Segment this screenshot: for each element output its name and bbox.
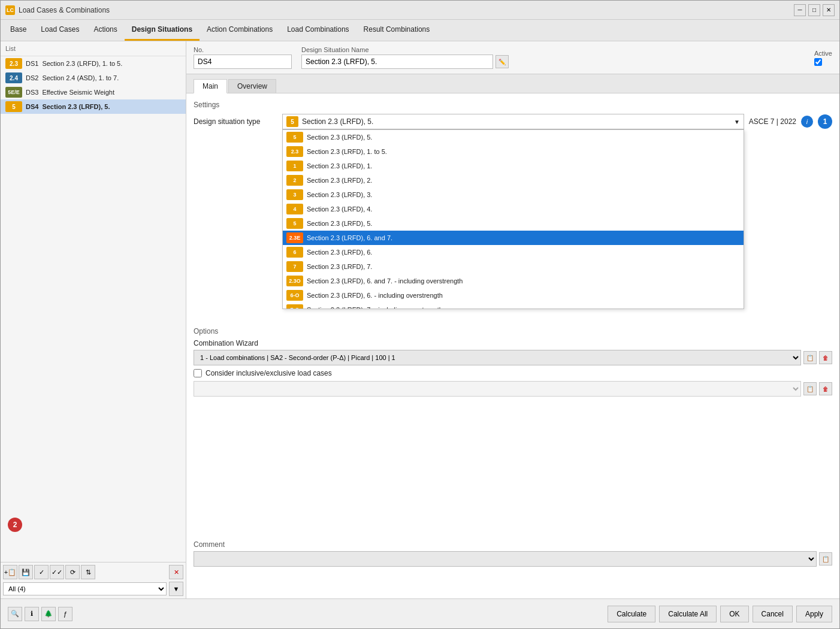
comment-copy-button[interactable]: 📋: [819, 552, 832, 566]
dropdown-item[interactable]: 2.3O Section 2.3 (LRFD), 6. and 7. - inc…: [283, 274, 744, 288]
info-button[interactable]: i: [801, 116, 813, 128]
calculate-button[interactable]: Calculate: [608, 606, 655, 622]
left-panel: List 2.3 DS1 Section 2.3 (LRFD), 1. to 5…: [1, 41, 186, 598]
name-input[interactable]: [301, 55, 493, 69]
design-sit-row: Design situation type 5 Section 2.3 (LRF…: [194, 114, 832, 129]
dropdown-item[interactable]: 2 Section 2.3 (LRFD), 2.: [283, 173, 744, 188]
dropdown-item[interactable]: 1 Section 2.3 (LRFD), 1.: [283, 159, 744, 173]
check-button[interactable]: ✓: [34, 565, 49, 579]
dropdown-item-selected[interactable]: 2.3E Section 2.3 (LRFD), 6. and 7.: [283, 231, 744, 245]
list-item[interactable]: 2.4 DS2 Section 2.4 (ASD), 1. to 7.: [1, 71, 186, 85]
active-checkbox[interactable]: [814, 58, 822, 66]
selected-badge: 5: [286, 116, 298, 127]
inclusive-select[interactable]: [194, 381, 801, 397]
ds3-badge: 5E/E: [5, 87, 22, 98]
filter-arrow[interactable]: ▼: [169, 582, 183, 596]
dropdown-item[interactable]: 7 Section 2.3 (LRFD), 7.: [283, 259, 744, 274]
dropdown-item[interactable]: 6 Section 2.3 (LRFD), 6.: [283, 245, 744, 259]
dropdown-item[interactable]: 2.3 Section 2.3 (LRFD), 1. to 5.: [283, 144, 744, 159]
maximize-button[interactable]: □: [808, 4, 820, 16]
search-button[interactable]: 🔍: [8, 607, 22, 621]
main-window: LC Load Cases & Combinations ─ □ ✕ Base …: [0, 0, 840, 629]
tab-main[interactable]: Main: [194, 79, 227, 93]
edit-name-button[interactable]: ✏️: [495, 55, 509, 68]
minimize-button[interactable]: ─: [794, 4, 806, 16]
save-button[interactable]: 💾: [19, 565, 33, 579]
bottom-bar: 🔍 ℹ 🌲 ƒ Calculate Calculate All OK Cance…: [1, 598, 839, 628]
combo-wizard-row: 1 - Load combinations | SA2 - Second-ord…: [194, 350, 832, 365]
tree-button[interactable]: 🌲: [41, 607, 56, 621]
menu-bar: Base Load Cases Actions Design Situation…: [1, 20, 839, 41]
window-controls: ─ □ ✕: [794, 4, 835, 16]
tab-load-combinations[interactable]: Load Combinations: [280, 20, 356, 41]
dropdown-arrow: ▼: [734, 119, 740, 125]
tab-load-cases[interactable]: Load Cases: [34, 20, 86, 41]
comment-select[interactable]: [194, 551, 817, 567]
ds1-desc: Section 2.3 (LRFD), 1. to 5.: [42, 60, 122, 67]
dropdown-item[interactable]: 5 Section 2.3 (LRFD), 5.: [283, 216, 744, 231]
delete-button[interactable]: ✕: [169, 565, 183, 579]
combo-wizard-select[interactable]: 1 - Load combinations | SA2 - Second-ord…: [194, 350, 801, 365]
name-field-group: Design Situation Name ✏️: [301, 46, 509, 69]
list-item[interactable]: 2.3 DS1 Section 2.3 (LRFD), 1. to 5.: [1, 56, 186, 71]
list-items: 2.3 DS1 Section 2.3 (LRFD), 1. to 5. 2.4…: [1, 56, 186, 309]
bottom-left-tools: 🔍 ℹ 🌲 ƒ: [8, 607, 72, 621]
sort-button[interactable]: ⇅: [81, 565, 95, 579]
dropdown-item[interactable]: 3 Section 2.3 (LRFD), 3.: [283, 188, 744, 202]
active-label: Active: [814, 50, 832, 57]
combo-wizard-label: Combination Wizard: [194, 339, 832, 347]
design-sit-label: Design situation type: [194, 117, 277, 126]
list-item-selected[interactable]: 5 DS4 Section 2.3 (LRFD), 5.: [1, 99, 186, 114]
apply-button[interactable]: Apply: [796, 606, 832, 622]
list-item[interactable]: 5E/E DS3 Effective Seismic Weight: [1, 85, 186, 99]
comment-row: 📋: [194, 551, 832, 567]
dropdown-item[interactable]: 5 Section 2.3 (LRFD), 5.: [283, 130, 744, 144]
cancel-button[interactable]: Cancel: [753, 606, 793, 622]
dropdown-item[interactable]: 7-O Section 2.3 (LRFD), 7. - including o…: [283, 303, 744, 309]
main-content: List 2.3 DS1 Section 2.3 (LRFD), 1. to 5…: [1, 41, 839, 598]
no-input[interactable]: [194, 55, 292, 69]
ds3-desc: Effective Seismic Weight: [42, 89, 114, 96]
design-sit-dropdown[interactable]: 5 Section 2.3 (LRFD), 5. ▼: [282, 114, 744, 129]
window-title: Load Cases & Combinations: [19, 6, 790, 14]
name-label: Design Situation Name: [301, 46, 509, 53]
combo-edit-button[interactable]: 🗑: [819, 351, 832, 364]
badge-2: 2: [8, 518, 22, 532]
tab-result-combinations[interactable]: Result Combinations: [356, 20, 437, 41]
ds4-label: DS4: [26, 103, 38, 110]
tab-base[interactable]: Base: [3, 20, 34, 41]
right-header: No. Design Situation Name ✏️ Active: [186, 41, 839, 74]
check2-button[interactable]: ✓✓: [50, 565, 64, 579]
add-button[interactable]: +📋: [3, 565, 17, 579]
dropdown-container: 5 Section 2.3 (LRFD), 5. ▼ 5 Section 2.3…: [282, 114, 744, 129]
dropdown-list: 5 Section 2.3 (LRFD), 5. 2.3 Section 2.3…: [282, 129, 744, 309]
title-bar: LC Load Cases & Combinations ─ □ ✕: [1, 1, 839, 20]
calculate-all-button[interactable]: Calculate All: [659, 606, 717, 622]
dropdown-item[interactable]: 6-O Section 2.3 (LRFD), 6. - including o…: [283, 288, 744, 303]
tab-actions[interactable]: Actions: [86, 20, 124, 41]
filter-select[interactable]: All (4): [3, 582, 167, 595]
tab-design-situations[interactable]: Design Situations: [125, 20, 200, 41]
ds2-badge: 2.4: [5, 72, 22, 83]
comment-label: Comment: [194, 540, 832, 549]
consider-checkbox-row: Consider inclusive/exclusive load cases: [194, 369, 832, 377]
consider-checkbox[interactable]: [194, 369, 202, 377]
inclusive-add-button[interactable]: 📋: [803, 382, 817, 395]
inclusive-edit-button[interactable]: 🗑: [819, 382, 832, 395]
close-button[interactable]: ✕: [823, 4, 835, 16]
renumber-button[interactable]: ⟳: [65, 565, 80, 579]
formula-button[interactable]: ƒ: [58, 607, 72, 621]
info-bottom-button[interactable]: ℹ: [25, 607, 39, 621]
badge-1: 1: [818, 114, 832, 129]
dropdown-item[interactable]: 4 Section 2.3 (LRFD), 4.: [283, 202, 744, 216]
right-body: Settings Design situation type 5 Section…: [186, 93, 839, 598]
ds2-desc: Section 2.4 (ASD), 1. to 7.: [42, 74, 119, 81]
right-panel: No. Design Situation Name ✏️ Active: [186, 41, 839, 598]
list-header: List: [1, 41, 186, 56]
settings-title: Settings: [194, 101, 832, 109]
tab-action-combinations[interactable]: Action Combinations: [200, 20, 280, 41]
tab-overview[interactable]: Overview: [228, 79, 276, 93]
combo-add-button[interactable]: 📋: [803, 351, 817, 364]
no-label: No.: [194, 46, 292, 53]
ok-button[interactable]: OK: [720, 606, 748, 622]
